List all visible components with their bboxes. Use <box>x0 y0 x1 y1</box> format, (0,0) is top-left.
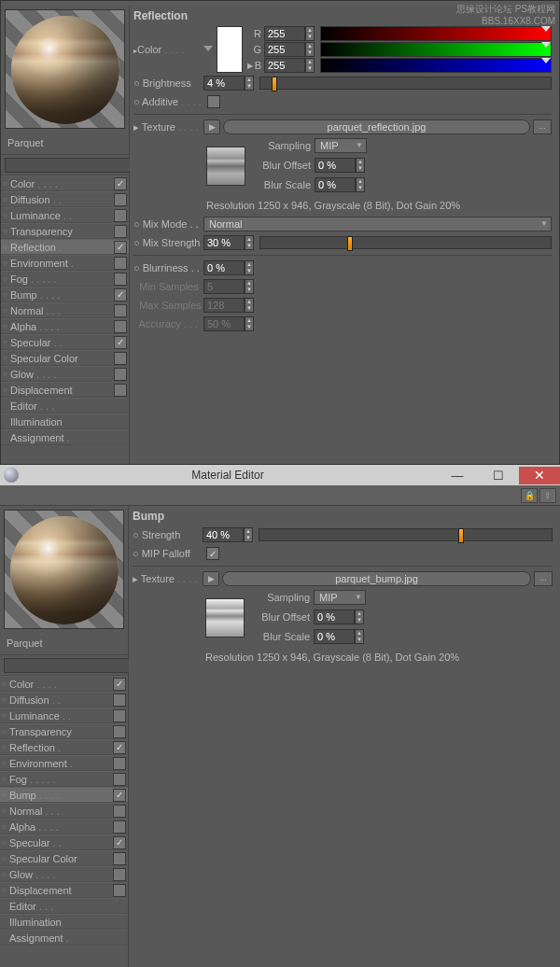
texture-thumbnail[interactable] <box>206 147 245 186</box>
channel-checkbox[interactable] <box>114 336 127 349</box>
strength-slider[interactable] <box>259 528 553 541</box>
channel-checkbox[interactable] <box>114 368 127 381</box>
lock-icon[interactable]: 🔒 <box>521 488 538 503</box>
channel-displacement[interactable]: ○Displacement <box>1 382 129 398</box>
channel-alpha[interactable]: ○Alpha . . . . <box>1 318 129 334</box>
channel-bump[interactable]: ○Bump . . . . <box>1 287 129 302</box>
channel-glow[interactable]: ○Glow . . . . <box>1 366 129 382</box>
sampling-dropdown[interactable]: MIP <box>315 138 367 153</box>
channel-checkbox[interactable] <box>113 852 126 865</box>
channel-specular[interactable]: ○Specular . . <box>0 834 128 850</box>
texture-picker-icon[interactable]: ▶ <box>203 119 220 134</box>
texture-picker-icon[interactable]: ▶ <box>203 571 219 586</box>
mix-strength-input[interactable] <box>203 235 245 250</box>
texture-more[interactable]: ... <box>534 571 553 586</box>
channel-diffusion[interactable]: ○Diffusion . . <box>1 191 129 207</box>
channel-assignment[interactable]: Assignment . <box>1 429 129 445</box>
channel-checkbox[interactable] <box>113 725 126 738</box>
spinner[interactable]: ▲▼ <box>305 26 315 41</box>
channel-fog[interactable]: ○Fog . . . . . <box>1 271 129 287</box>
channel-reflection[interactable]: ○Reflection . <box>1 239 129 255</box>
channel-checkbox[interactable] <box>114 352 127 365</box>
channel-checkbox[interactable] <box>114 209 127 222</box>
mix-strength-slider[interactable] <box>259 236 552 249</box>
color-dropdown-icon[interactable] <box>203 46 213 53</box>
channel-alpha[interactable]: ○Alpha . . . . <box>0 819 128 834</box>
channel-checkbox[interactable] <box>114 304 127 317</box>
texture-thumbnail[interactable] <box>205 598 245 638</box>
channel-specular-color[interactable]: ○Specular Color <box>1 350 129 366</box>
mip-falloff-checkbox[interactable] <box>206 547 219 560</box>
strength-input[interactable] <box>203 527 244 542</box>
color-swatch[interactable] <box>217 26 243 73</box>
channel-editor[interactable]: Editor . . . <box>1 398 129 413</box>
texture-more[interactable]: ... <box>533 119 552 134</box>
channel-checkbox[interactable] <box>113 820 126 834</box>
sampling-dropdown[interactable]: MIP <box>314 590 366 605</box>
channel-checkbox[interactable] <box>114 288 127 301</box>
channel-checkbox[interactable] <box>114 193 127 206</box>
channel-checkbox[interactable] <box>113 741 126 754</box>
g-slider[interactable] <box>320 42 552 57</box>
channel-checkbox[interactable] <box>113 757 126 770</box>
r-slider[interactable] <box>320 26 552 41</box>
channel-diffusion[interactable]: ○Diffusion . . <box>0 692 128 708</box>
channel-checkbox[interactable] <box>114 177 127 190</box>
brightness-slider[interactable] <box>259 77 552 90</box>
channel-bump[interactable]: ○Bump . . . . <box>0 787 128 803</box>
channel-glow[interactable]: ○Glow . . . . <box>0 866 128 882</box>
channel-checkbox[interactable] <box>114 225 127 238</box>
channel-color[interactable]: ○Color . . . . <box>0 676 128 692</box>
channel-transparency[interactable]: ○Transparency <box>1 223 129 239</box>
channel-checkbox[interactable] <box>113 836 126 849</box>
b-slider[interactable] <box>320 58 552 73</box>
channel-checkbox[interactable] <box>113 868 126 881</box>
material-name-input[interactable] <box>5 158 141 173</box>
channel-normal[interactable]: ○Normal . . . <box>0 803 128 819</box>
channel-reflection[interactable]: ○Reflection . <box>0 739 128 755</box>
material-preview[interactable] <box>4 510 124 629</box>
channel-checkbox[interactable] <box>113 884 126 897</box>
channel-checkbox[interactable] <box>114 257 127 270</box>
channel-checkbox[interactable] <box>113 789 126 802</box>
channel-assignment[interactable]: Assignment . <box>0 930 128 946</box>
material-name-input[interactable] <box>4 658 140 673</box>
blurriness-input[interactable] <box>203 260 245 275</box>
channel-environment[interactable]: ○Environment . <box>1 255 129 271</box>
channel-specular[interactable]: ○Specular . . <box>1 334 129 350</box>
channel-checkbox[interactable] <box>114 320 127 333</box>
channel-fog[interactable]: ○Fog . . . . . <box>0 771 128 787</box>
channel-checkbox[interactable] <box>113 709 126 722</box>
blur-offset-input[interactable] <box>315 158 356 173</box>
maximize-button[interactable]: ☐ <box>478 467 519 484</box>
channel-color[interactable]: ○Color . . . . <box>1 175 129 191</box>
channel-transparency[interactable]: ○Transparency <box>0 723 128 739</box>
arrow-up-icon[interactable]: ⇧ <box>539 488 556 503</box>
channel-checkbox[interactable] <box>114 273 127 286</box>
channel-checkbox[interactable] <box>113 773 126 786</box>
channel-checkbox[interactable] <box>114 384 127 397</box>
texture-filename[interactable]: parquet_bump.jpg <box>222 571 531 586</box>
b-input[interactable] <box>264 58 305 73</box>
channel-luminance[interactable]: ○Luminance . . <box>0 708 128 723</box>
channel-illumination[interactable]: Illumination <box>0 914 128 930</box>
minimize-button[interactable]: — <box>437 467 478 484</box>
texture-filename[interactable]: parquet_reflection.jpg <box>223 119 530 134</box>
blur-offset-input[interactable] <box>314 610 355 624</box>
channel-checkbox[interactable] <box>114 241 127 254</box>
brightness-input[interactable] <box>203 76 245 91</box>
channel-checkbox[interactable] <box>113 678 126 691</box>
additive-checkbox[interactable] <box>207 95 220 108</box>
channel-displacement[interactable]: ○Displacement <box>0 882 128 898</box>
channel-environment[interactable]: ○Environment . <box>0 755 128 771</box>
r-input[interactable] <box>264 26 305 41</box>
channel-illumination[interactable]: Illumination <box>1 413 129 429</box>
blur-scale-input[interactable] <box>315 177 356 192</box>
close-button[interactable] <box>519 467 560 484</box>
channel-checkbox[interactable] <box>113 805 126 818</box>
channel-normal[interactable]: ○Normal . . . <box>1 302 129 318</box>
channel-luminance[interactable]: ○Luminance . . <box>1 207 129 223</box>
window-titlebar[interactable]: Material Editor — ☐ <box>0 465 560 485</box>
blur-scale-input[interactable] <box>314 629 355 644</box>
channel-specular-color[interactable]: ○Specular Color <box>0 850 128 866</box>
